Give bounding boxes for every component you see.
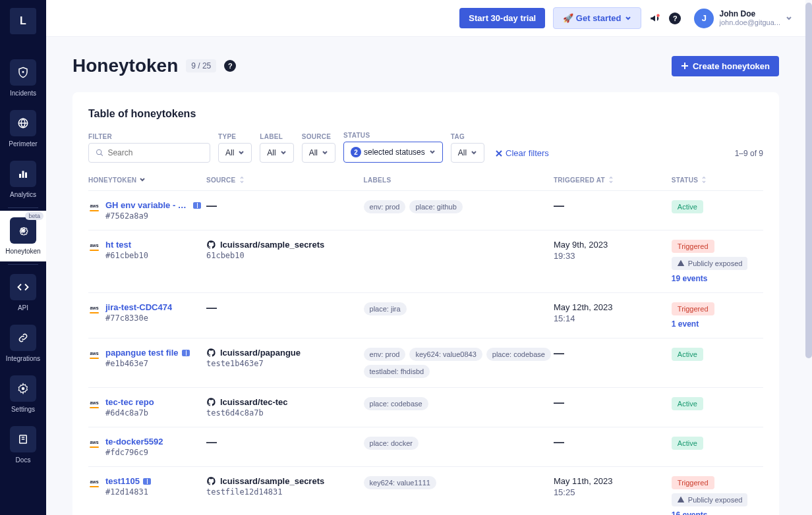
book-icon bbox=[17, 433, 29, 445]
search-input-wrap[interactable] bbox=[88, 143, 210, 163]
table-row[interactable]: awstest1105#12d14831lcuissard/sample_sec… bbox=[88, 467, 763, 515]
honeytoken-name[interactable]: jira-test-CDC474 bbox=[105, 302, 172, 312]
honeytoken-name[interactable]: tec-tec repo bbox=[105, 397, 154, 407]
honeytoken-id: #61cbeb10 bbox=[105, 251, 148, 260]
nav-honeytoken[interactable]: beta Honeytoken bbox=[0, 211, 46, 261]
search-input[interactable] bbox=[107, 148, 203, 157]
label-pill: env: prod bbox=[364, 348, 406, 361]
source-repo[interactable]: lcuissard/sample_secrets bbox=[206, 476, 364, 486]
nav-incidents[interactable]: Incidents bbox=[0, 53, 46, 103]
scroll-thumb[interactable] bbox=[805, 3, 812, 358]
aws-icon: aws bbox=[88, 439, 100, 446]
honeytoken-name[interactable]: GH env variable - dat… bbox=[105, 200, 201, 210]
github-icon bbox=[206, 476, 216, 486]
beta-badge: beta bbox=[25, 212, 44, 220]
honeytoken-id: #fdc796c9 bbox=[105, 448, 163, 457]
get-started-label: 🚀 Get started bbox=[563, 13, 621, 23]
col-honeytoken[interactable]: HONEYTOKEN bbox=[88, 176, 206, 184]
empty-dash: — bbox=[554, 437, 564, 448]
clear-filters-button[interactable]: Clear filters bbox=[495, 148, 549, 163]
honeytoken-name[interactable]: papangue test file bbox=[105, 348, 190, 358]
triggered-date: May 11th, 2023 bbox=[554, 476, 672, 486]
nav-divider bbox=[8, 207, 38, 208]
nav-analytics[interactable]: Analytics bbox=[0, 154, 46, 205]
table-row[interactable]: awsjira-test-CDC474#77c8330e—place: jira… bbox=[88, 293, 763, 339]
empty-dash: — bbox=[554, 200, 564, 211]
nav-perimeter[interactable]: Perimeter bbox=[0, 103, 46, 154]
col-status[interactable]: STATUS bbox=[672, 176, 763, 184]
empty-dash: — bbox=[554, 348, 564, 359]
code-icon bbox=[17, 281, 29, 293]
nav-label: API bbox=[18, 304, 28, 312]
nav-label: Perimeter bbox=[9, 140, 37, 148]
events-link[interactable]: 19 events bbox=[672, 274, 708, 283]
card-title: Table of honeytokens bbox=[88, 108, 763, 120]
scrollbar[interactable] bbox=[805, 0, 812, 515]
honeytoken-name[interactable]: ht test bbox=[105, 240, 148, 250]
app-logo[interactable]: L bbox=[10, 8, 36, 34]
source-repo[interactable]: lcuissard/papangue bbox=[206, 348, 364, 358]
label-pill: testlabel: fhdisbd bbox=[364, 365, 430, 378]
announce-icon[interactable] bbox=[649, 13, 661, 24]
nav-api[interactable]: API bbox=[0, 267, 46, 318]
table-row[interactable]: awste-docker5592#fdc796c9—place: docker—… bbox=[88, 427, 763, 467]
empty-dash: — bbox=[554, 397, 564, 408]
nav-label: Analytics bbox=[10, 191, 36, 198]
table-row[interactable]: awstec-tec repo#6d4c8a7blcuissard/tec-te… bbox=[88, 388, 763, 427]
col-source[interactable]: SOURCE bbox=[206, 176, 364, 184]
nav-label: Settings bbox=[11, 406, 35, 413]
nav-integrations[interactable]: Integrations bbox=[0, 318, 46, 369]
table-row[interactable]: awsht test#61cbeb10lcuissard/sample_secr… bbox=[88, 230, 763, 293]
source-repo[interactable]: lcuissard/tec-tec bbox=[206, 397, 364, 407]
public-exposed-badge: Publicly exposed bbox=[672, 257, 748, 270]
status-badge: Active bbox=[672, 200, 703, 213]
status-badge: Active bbox=[672, 348, 703, 361]
source-sub: test6d4c8a7b bbox=[206, 408, 364, 418]
public-exposed-badge: Publicly exposed bbox=[672, 493, 748, 506]
nav-label: Integrations bbox=[6, 355, 40, 362]
label-pill: key624: value1111 bbox=[364, 476, 436, 489]
filter-label: TYPE bbox=[218, 133, 252, 140]
get-started-button[interactable]: 🚀 Get started bbox=[553, 7, 641, 29]
nav-settings[interactable]: Settings bbox=[0, 369, 46, 420]
source-repo[interactable]: lcuissard/sample_secrets bbox=[206, 240, 364, 250]
aws-icon: aws bbox=[88, 202, 100, 209]
sort-icon bbox=[608, 176, 614, 184]
label-filter[interactable]: All bbox=[260, 143, 293, 163]
aws-icon: aws bbox=[88, 304, 100, 312]
user-menu[interactable]: J John Doe john.doe@gitgua... bbox=[694, 9, 792, 28]
nav-docs[interactable]: Docs bbox=[0, 420, 46, 470]
source-sub: testfile12d14831 bbox=[206, 487, 364, 497]
page-help-icon[interactable]: ? bbox=[224, 60, 236, 72]
filter-label: FILTER bbox=[88, 133, 210, 140]
tag-filter[interactable]: All bbox=[451, 143, 484, 163]
triggered-time: 15:14 bbox=[554, 313, 672, 323]
chevron-down-icon bbox=[625, 15, 631, 22]
honeytoken-name[interactable]: te-docker5592 bbox=[105, 437, 163, 447]
source-filter[interactable]: All bbox=[302, 143, 335, 163]
status-badge: Active bbox=[672, 397, 703, 410]
table-row[interactable]: awspapangue test file#e1b463e7lcuissard/… bbox=[88, 339, 763, 388]
table-row[interactable]: awsGH env variable - dat…#7562a8a9—env: … bbox=[88, 191, 763, 230]
events-link[interactable]: 16 events bbox=[672, 510, 708, 515]
honeytoken-id: #6d4c8a7b bbox=[105, 408, 154, 418]
events-link[interactable]: 1 event bbox=[672, 319, 699, 329]
status-filter[interactable]: 2selected statuses bbox=[343, 142, 443, 163]
col-triggered[interactable]: TRIGGERED AT bbox=[554, 176, 672, 184]
shield-icon bbox=[17, 67, 29, 78]
sidebar: L Incidents Perimeter Analytics beta Hon… bbox=[0, 0, 46, 515]
topbar: Start 30-day trial 🚀 Get started ? J Joh… bbox=[46, 0, 805, 37]
type-filter[interactable]: All bbox=[218, 143, 252, 163]
create-honeytoken-button[interactable]: Create honeytoken bbox=[672, 56, 779, 76]
status-count-badge: 2 bbox=[351, 147, 361, 157]
help-icon[interactable]: ? bbox=[669, 13, 681, 24]
label-pill: place: jira bbox=[364, 302, 407, 315]
svg-rect-3 bbox=[22, 171, 24, 178]
chevron-down-icon bbox=[280, 149, 287, 156]
close-icon bbox=[495, 149, 503, 157]
start-trial-button[interactable]: Start 30-day trial bbox=[459, 8, 545, 28]
warning-icon bbox=[677, 496, 685, 504]
github-icon bbox=[206, 348, 216, 358]
honeytoken-name[interactable]: test1105 bbox=[105, 476, 151, 486]
label-pill: env: prod bbox=[364, 200, 406, 213]
